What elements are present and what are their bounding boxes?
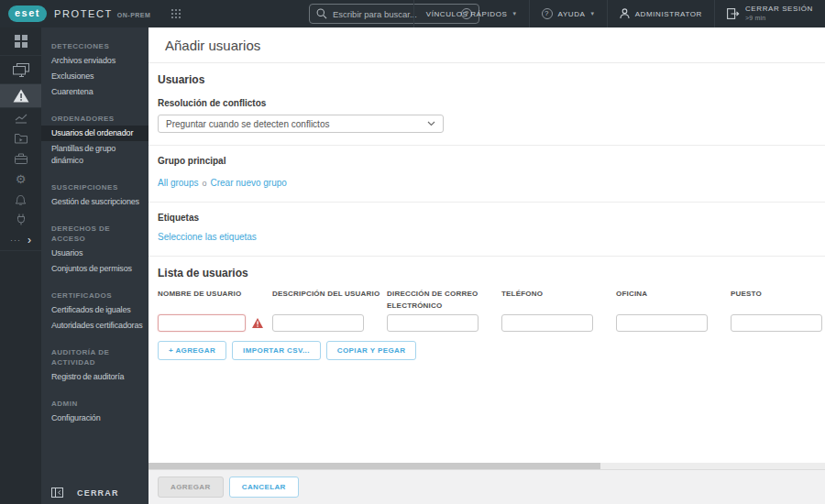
collapse-sidebar-button[interactable]: CERRAR bbox=[41, 488, 148, 498]
table-row bbox=[387, 314, 501, 332]
rail-item-computers[interactable] bbox=[0, 56, 41, 84]
user-list-title: Lista de usuarios bbox=[158, 267, 825, 279]
sidebar-item-conjuntos-permisos[interactable]: Conjuntos de permisos bbox=[41, 261, 148, 277]
rail-item-detections[interactable] bbox=[0, 84, 41, 108]
tags-label: Etiquetas bbox=[158, 213, 825, 223]
sidebar-item-exclusiones[interactable]: Exclusiones bbox=[41, 69, 148, 84]
chevron-right-icon: › bbox=[28, 236, 31, 245]
validation-warning-icon bbox=[252, 318, 263, 328]
add-row-button[interactable]: + AGREGAR bbox=[158, 341, 226, 360]
all-groups-link[interactable]: All groups bbox=[158, 178, 198, 188]
sidebar-item-registro-auditoria[interactable]: Registro de auditoría bbox=[41, 369, 148, 385]
app-grid-button[interactable] bbox=[170, 8, 182, 19]
rail-item-policies[interactable]: ⚙ bbox=[0, 169, 41, 189]
more-dots-icon: ··· bbox=[10, 236, 21, 245]
tags-section: Etiquetas Seleccione las etiquetas bbox=[148, 203, 825, 257]
sidebar-item-plantillas-grupo-dinamico[interactable]: Plantillas de grupo dinámico bbox=[41, 141, 148, 169]
copy-paste-button[interactable]: COPIAR Y PEGAR bbox=[326, 341, 417, 360]
conflict-resolution-label: Resolución de conflictos bbox=[158, 98, 825, 108]
dashboard-icon bbox=[14, 34, 28, 49]
page-header: Añadir usuarios bbox=[148, 27, 825, 63]
conflict-resolution-value: Preguntar cuando se detecten conflictos bbox=[166, 119, 329, 129]
select-tags-link[interactable]: Seleccione las etiquetas bbox=[158, 232, 257, 242]
main-content: Añadir usuarios Usuarios Resolución de c… bbox=[148, 27, 825, 504]
sidebar-item-archivos-enviados[interactable]: Archivos enviados bbox=[41, 53, 148, 69]
rail-item-tasks[interactable] bbox=[0, 128, 41, 148]
cancel-button[interactable]: CANCELAR bbox=[229, 477, 299, 498]
chevron-down-icon bbox=[427, 121, 435, 126]
session-timer: >9 min bbox=[745, 15, 765, 21]
sidebar-item-certificados-iguales[interactable]: Certificados de iguales bbox=[41, 302, 148, 318]
table-row bbox=[731, 314, 825, 332]
horizontal-scrollbar[interactable] bbox=[148, 463, 825, 469]
office-input[interactable] bbox=[616, 314, 708, 332]
section-header-admin: ADMIN bbox=[41, 397, 148, 411]
plug-icon bbox=[16, 214, 27, 225]
sidebar-item-usuarios-del-ordenador[interactable]: Usuarios del ordenador bbox=[41, 126, 148, 141]
eset-logo: eset PROTECT ON-PREM bbox=[0, 5, 150, 22]
create-new-group-link[interactable]: Crear nuevo grupo bbox=[210, 178, 286, 188]
gear-icon: ⚙ bbox=[16, 173, 27, 185]
rail-item-installers[interactable] bbox=[0, 148, 41, 169]
grid-icon bbox=[170, 8, 182, 19]
or-separator: o bbox=[202, 179, 206, 188]
logout-button[interactable]: CERRAR SESIÓN >9 min bbox=[714, 0, 825, 27]
column-header-phone: TELÉFONO bbox=[501, 289, 616, 312]
search-icon bbox=[316, 8, 327, 19]
column-header-description: DESCRIPCIÓN DEL USUARIO bbox=[272, 289, 387, 312]
page-title: Añadir usuarios bbox=[165, 38, 260, 53]
sidebar-item-cuarentena[interactable]: Cuarentena bbox=[41, 84, 148, 100]
user-description-input[interactable] bbox=[272, 314, 364, 332]
import-csv-button[interactable]: IMPORTAR CSV... bbox=[232, 341, 321, 360]
table-row bbox=[616, 314, 731, 332]
logout-label: CERRAR SESIÓN bbox=[745, 5, 813, 13]
section-header-ordenadores: ORDENADORES bbox=[41, 112, 148, 126]
submit-add-button[interactable]: AGREGAR bbox=[158, 477, 224, 498]
chart-icon bbox=[15, 113, 28, 124]
parent-group-section: Grupo principal All groupsoCrear nuevo g… bbox=[148, 146, 825, 203]
users-section-title: Usuarios bbox=[158, 73, 825, 86]
section-header-suscripciones: SUSCRIPCIONES bbox=[41, 181, 148, 194]
sidebar-item-usuarios[interactable]: Usuarios bbox=[41, 246, 148, 261]
sidebar-item-autoridades-certificadoras[interactable]: Autoridades certificadoras bbox=[41, 318, 148, 334]
help-icon: ? bbox=[542, 8, 553, 19]
help-menu[interactable]: ? AYUDA ▾ bbox=[529, 0, 607, 27]
quick-links-menu[interactable]: VÍNCULOS RÁPIDOS ▾ bbox=[413, 0, 529, 27]
chevron-down-icon: ▾ bbox=[512, 10, 516, 17]
sidebar-item-gestion-suscripciones[interactable]: Gestión de suscripciones bbox=[41, 194, 148, 210]
warning-triangle-icon bbox=[13, 89, 29, 103]
horizontal-scrollbar-thumb[interactable] bbox=[148, 463, 600, 469]
column-header-position: PUESTO bbox=[731, 289, 825, 312]
table-row bbox=[501, 314, 616, 332]
column-header-office: OFICINA bbox=[616, 289, 731, 312]
collapse-label: CERRAR bbox=[77, 488, 119, 498]
username-input[interactable] bbox=[158, 314, 246, 332]
footer-bar: AGREGAR CANCELAR bbox=[148, 469, 825, 504]
table-row bbox=[158, 314, 272, 332]
user-menu[interactable]: ADMINISTRATOR bbox=[607, 0, 714, 27]
rail-item-notifications[interactable] bbox=[0, 189, 41, 209]
top-nav: VÍNCULOS RÁPIDOS ▾ ? AYUDA ▾ ADMINISTRAT… bbox=[413, 0, 825, 27]
conflict-resolution-select[interactable]: Preguntar cuando se detecten conflictos bbox=[158, 115, 444, 133]
section-header-derechos-acceso: DERECHOS DE ACCESO bbox=[41, 222, 148, 246]
user-icon bbox=[620, 8, 630, 19]
phone-input[interactable] bbox=[501, 314, 593, 332]
sidebar-item-configuracion[interactable]: Configuración bbox=[41, 411, 148, 426]
rail-item-reports[interactable] bbox=[0, 108, 41, 128]
bell-icon bbox=[15, 193, 27, 205]
chevron-down-icon: ▾ bbox=[591, 10, 595, 17]
email-input[interactable] bbox=[387, 314, 478, 332]
rail-item-status-overview[interactable] bbox=[0, 209, 41, 229]
section-header-detecciones: DETECCIONES bbox=[41, 39, 148, 53]
folder-icon bbox=[15, 133, 28, 144]
column-header-username: NOMBRE DE USUARIO bbox=[158, 289, 272, 312]
product-name: PROTECT bbox=[54, 8, 113, 19]
rail-item-dashboard[interactable] bbox=[0, 27, 41, 56]
rail-item-more[interactable]: ··· › bbox=[0, 229, 41, 251]
row-buttons: + AGREGAR IMPORTAR CSV... COPIAR Y PEGAR bbox=[158, 341, 825, 360]
user-list-section: Lista de usuarios NOMBRE DE USUARIO DESC… bbox=[148, 257, 825, 372]
help-label: AYUDA bbox=[558, 10, 586, 18]
product-edition: ON-PREM bbox=[117, 12, 151, 18]
icon-rail: ⚙ ··· › bbox=[0, 27, 41, 504]
position-input[interactable] bbox=[731, 314, 822, 332]
